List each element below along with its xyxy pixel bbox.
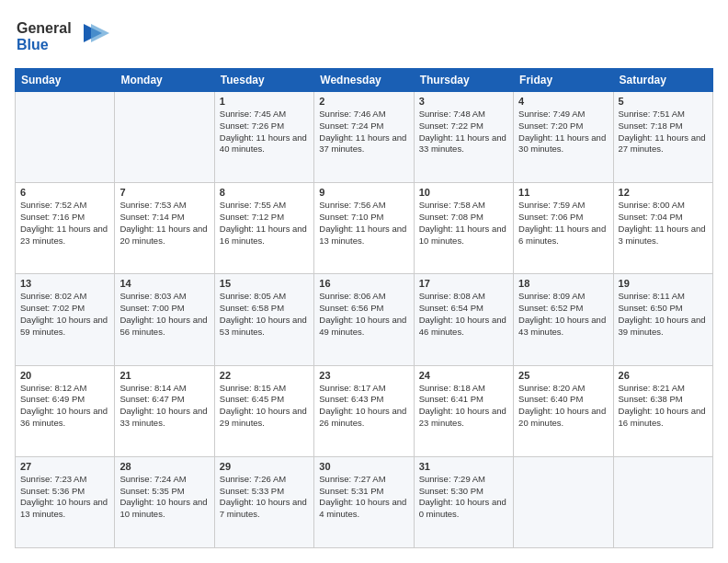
day-info: Sunrise: 7:59 AM Sunset: 7:06 PM Dayligh…: [518, 200, 608, 247]
day-number: 4: [518, 96, 608, 107]
day-number: 27: [20, 461, 109, 472]
calendar-cell: 17Sunrise: 8:08 AM Sunset: 6:54 PM Dayli…: [414, 274, 513, 365]
calendar-cell: 27Sunrise: 7:23 AM Sunset: 5:36 PM Dayli…: [16, 456, 115, 547]
day-number: 22: [220, 370, 309, 381]
calendar-cell: [613, 456, 712, 547]
day-info: Sunrise: 8:00 AM Sunset: 7:04 PM Dayligh…: [619, 200, 708, 247]
calendar-cell: 1Sunrise: 7:45 AM Sunset: 7:26 PM Daylig…: [214, 92, 313, 183]
day-info: Sunrise: 8:18 AM Sunset: 6:41 PM Dayligh…: [419, 383, 508, 430]
day-number: 21: [119, 370, 209, 381]
day-info: Sunrise: 7:53 AM Sunset: 7:14 PM Dayligh…: [119, 200, 209, 247]
day-info: Sunrise: 8:14 AM Sunset: 6:47 PM Dayligh…: [119, 383, 209, 430]
calendar-cell: 20Sunrise: 8:12 AM Sunset: 6:49 PM Dayli…: [16, 365, 115, 456]
day-info: Sunrise: 7:52 AM Sunset: 7:16 PM Dayligh…: [20, 200, 109, 247]
day-info: Sunrise: 8:03 AM Sunset: 7:00 PM Dayligh…: [119, 291, 209, 338]
page-header: General Blue: [15, 15, 713, 59]
day-number: 15: [220, 278, 309, 289]
calendar-cell: 23Sunrise: 8:17 AM Sunset: 6:43 PM Dayli…: [314, 365, 414, 456]
calendar-cell: 13Sunrise: 8:02 AM Sunset: 7:02 PM Dayli…: [16, 274, 115, 365]
calendar-cell: 8Sunrise: 7:55 AM Sunset: 7:12 PM Daylig…: [214, 183, 313, 274]
weekday-header-wednesday: Wednesday: [314, 69, 414, 92]
calendar-week-3: 13Sunrise: 8:02 AM Sunset: 7:02 PM Dayli…: [16, 274, 713, 365]
day-number: 9: [319, 187, 408, 198]
calendar-cell: 14Sunrise: 8:03 AM Sunset: 7:00 PM Dayli…: [115, 274, 214, 365]
calendar-cell: 5Sunrise: 7:51 AM Sunset: 7:18 PM Daylig…: [613, 92, 712, 183]
calendar-cell: 3Sunrise: 7:48 AM Sunset: 7:22 PM Daylig…: [414, 92, 513, 183]
day-info: Sunrise: 8:09 AM Sunset: 6:52 PM Dayligh…: [518, 291, 608, 338]
day-info: Sunrise: 7:23 AM Sunset: 5:36 PM Dayligh…: [20, 474, 109, 521]
logo-text: General Blue: [15, 15, 116, 59]
day-info: Sunrise: 7:29 AM Sunset: 5:30 PM Dayligh…: [419, 474, 508, 521]
day-number: 7: [119, 187, 209, 198]
day-number: 31: [419, 461, 508, 472]
day-number: 3: [419, 96, 508, 107]
calendar-cell: 21Sunrise: 8:14 AM Sunset: 6:47 PM Dayli…: [115, 365, 214, 456]
day-number: 6: [20, 187, 109, 198]
logo: General Blue: [15, 15, 116, 59]
day-number: 5: [619, 96, 708, 107]
calendar-cell: 22Sunrise: 8:15 AM Sunset: 6:45 PM Dayli…: [214, 365, 313, 456]
calendar-cell: 9Sunrise: 7:56 AM Sunset: 7:10 PM Daylig…: [314, 183, 414, 274]
calendar-page: General Blue SundayMondayTuesdayWednesda…: [0, 0, 728, 563]
calendar-cell: 30Sunrise: 7:27 AM Sunset: 5:31 PM Dayli…: [314, 456, 414, 547]
calendar-cell: 29Sunrise: 7:26 AM Sunset: 5:33 PM Dayli…: [214, 456, 313, 547]
calendar-cell: 25Sunrise: 8:20 AM Sunset: 6:40 PM Dayli…: [514, 365, 613, 456]
calendar-cell: 18Sunrise: 8:09 AM Sunset: 6:52 PM Dayli…: [514, 274, 613, 365]
calendar-cell: 10Sunrise: 7:58 AM Sunset: 7:08 PM Dayli…: [414, 183, 513, 274]
day-number: 13: [20, 278, 109, 289]
day-info: Sunrise: 8:12 AM Sunset: 6:49 PM Dayligh…: [20, 383, 109, 430]
day-number: 14: [119, 278, 209, 289]
calendar-cell: 19Sunrise: 8:11 AM Sunset: 6:50 PM Dayli…: [613, 274, 712, 365]
day-info: Sunrise: 8:15 AM Sunset: 6:45 PM Dayligh…: [220, 383, 309, 430]
day-number: 8: [220, 187, 309, 198]
weekday-header-friday: Friday: [514, 69, 613, 92]
day-info: Sunrise: 8:20 AM Sunset: 6:40 PM Dayligh…: [518, 383, 608, 430]
day-number: 28: [119, 461, 209, 472]
day-number: 25: [518, 370, 608, 381]
day-info: Sunrise: 7:48 AM Sunset: 7:22 PM Dayligh…: [419, 109, 508, 155]
day-number: 30: [319, 461, 408, 472]
day-number: 11: [518, 187, 608, 198]
day-info: Sunrise: 7:58 AM Sunset: 7:08 PM Dayligh…: [419, 200, 508, 247]
calendar-week-2: 6Sunrise: 7:52 AM Sunset: 7:16 PM Daylig…: [16, 183, 713, 274]
calendar-cell: [115, 92, 214, 183]
calendar-table: SundayMondayTuesdayWednesdayThursdayFrid…: [15, 68, 713, 548]
calendar-cell: 15Sunrise: 8:05 AM Sunset: 6:58 PM Dayli…: [214, 274, 313, 365]
day-info: Sunrise: 8:05 AM Sunset: 6:58 PM Dayligh…: [220, 291, 309, 338]
day-number: 10: [419, 187, 508, 198]
day-info: Sunrise: 7:46 AM Sunset: 7:24 PM Dayligh…: [319, 109, 408, 155]
day-number: 19: [619, 278, 708, 289]
svg-marker-3: [91, 24, 109, 42]
calendar-cell: 11Sunrise: 7:59 AM Sunset: 7:06 PM Dayli…: [514, 183, 613, 274]
calendar-cell: 24Sunrise: 8:18 AM Sunset: 6:41 PM Dayli…: [414, 365, 513, 456]
day-number: 2: [319, 96, 408, 107]
day-info: Sunrise: 8:11 AM Sunset: 6:50 PM Dayligh…: [619, 291, 708, 338]
weekday-header-sunday: Sunday: [16, 69, 115, 92]
day-info: Sunrise: 7:24 AM Sunset: 5:35 PM Dayligh…: [119, 474, 209, 521]
calendar-cell: [16, 92, 115, 183]
calendar-cell: 28Sunrise: 7:24 AM Sunset: 5:35 PM Dayli…: [115, 456, 214, 547]
day-number: 18: [518, 278, 608, 289]
day-number: 12: [619, 187, 708, 198]
calendar-cell: 4Sunrise: 7:49 AM Sunset: 7:20 PM Daylig…: [514, 92, 613, 183]
calendar-cell: 16Sunrise: 8:06 AM Sunset: 6:56 PM Dayli…: [314, 274, 414, 365]
day-info: Sunrise: 8:17 AM Sunset: 6:43 PM Dayligh…: [319, 383, 408, 430]
day-info: Sunrise: 8:06 AM Sunset: 6:56 PM Dayligh…: [319, 291, 408, 338]
day-info: Sunrise: 7:26 AM Sunset: 5:33 PM Dayligh…: [220, 474, 309, 521]
day-info: Sunrise: 7:49 AM Sunset: 7:20 PM Dayligh…: [518, 109, 608, 155]
day-number: 24: [419, 370, 508, 381]
calendar-cell: 2Sunrise: 7:46 AM Sunset: 7:24 PM Daylig…: [314, 92, 414, 183]
day-number: 23: [319, 370, 408, 381]
calendar-cell: 31Sunrise: 7:29 AM Sunset: 5:30 PM Dayli…: [414, 456, 513, 547]
day-number: 16: [319, 278, 408, 289]
calendar-cell: 6Sunrise: 7:52 AM Sunset: 7:16 PM Daylig…: [16, 183, 115, 274]
day-info: Sunrise: 7:45 AM Sunset: 7:26 PM Dayligh…: [220, 109, 309, 155]
day-info: Sunrise: 8:08 AM Sunset: 6:54 PM Dayligh…: [419, 291, 508, 338]
day-info: Sunrise: 8:02 AM Sunset: 7:02 PM Dayligh…: [20, 291, 109, 338]
day-info: Sunrise: 7:51 AM Sunset: 7:18 PM Dayligh…: [619, 109, 708, 155]
weekday-header-tuesday: Tuesday: [214, 69, 313, 92]
calendar-cell: 7Sunrise: 7:53 AM Sunset: 7:14 PM Daylig…: [115, 183, 214, 274]
day-number: 26: [619, 370, 708, 381]
day-info: Sunrise: 7:56 AM Sunset: 7:10 PM Dayligh…: [319, 200, 408, 247]
calendar-cell: 26Sunrise: 8:21 AM Sunset: 6:38 PM Dayli…: [613, 365, 712, 456]
